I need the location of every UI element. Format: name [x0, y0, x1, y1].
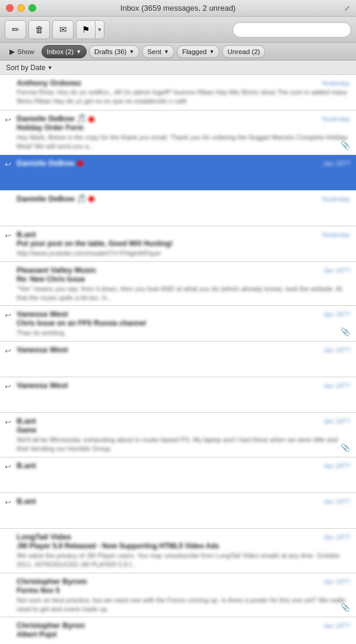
message-date: Jan 18??	[323, 160, 350, 167]
message-date: Jan 18??	[323, 382, 350, 389]
list-item[interactable]: Christopher Byron Jan 18?? Albert Pujol	[0, 617, 356, 644]
flagged-label: Flagged	[182, 48, 207, 55]
reply-icon: ↩	[5, 311, 11, 320]
window-title: Inbox (3659 messages, 2 unread)	[120, 4, 236, 12]
minimize-button[interactable]	[17, 4, 25, 12]
message-date: Jan 18??	[323, 622, 350, 629]
message-header: Anthony Ordonez Yesterday	[17, 78, 350, 87]
inbox-arrow-icon: ▼	[76, 49, 81, 55]
list-item[interactable]: ↩ Danielle DeBow 🎵 Yesterday Holiday Ord…	[0, 111, 356, 155]
message-subject: Chris Issue on an FPS Russia channel	[17, 319, 350, 327]
message-header: Pleasant Valley Music Jan 18??	[17, 266, 350, 274]
list-item[interactable]: ↩ B.ant Jan 18??	[0, 493, 356, 529]
filter-bar: ▶ Show Inbox (2) ▼ Drafts (36) ▼ Sent ▼ …	[0, 43, 356, 61]
list-item[interactable]: ↩ Vanessa West Jan 18?? Chris Issue on a…	[0, 306, 356, 342]
reply-icon: ↩	[5, 462, 11, 471]
message-subject: Albert Pujol	[17, 630, 350, 639]
list-item[interactable]: Christopher Byrom Jan 18?? Forms Nov 5No…	[0, 573, 356, 618]
message-header: B.ant Jan 18??	[17, 416, 350, 425]
flag-dropdown-button[interactable]: ▼	[95, 20, 104, 39]
delete-button[interactable]: 🗑	[28, 20, 50, 39]
message-subject: Holiday Order Form	[17, 124, 350, 132]
sender-name: Vanessa West	[17, 381, 319, 390]
message-header: Danielle DeBow Jan 18??	[17, 159, 350, 168]
reply-icon: ↩	[5, 115, 11, 124]
list-item[interactable]: LongTail Video Jan 18?? JW Player 5.8 Re…	[0, 529, 356, 573]
reply-icon: ↩	[5, 382, 11, 391]
message-preview: http://www.youtube.com/mwatch?v=Fhiginth…	[17, 249, 350, 258]
flag-dot	[88, 196, 94, 202]
flag-dot	[77, 160, 83, 166]
reply-icon: ↩	[5, 160, 11, 169]
flag-button-group: ⚑ ▼	[76, 20, 104, 39]
list-item[interactable]: ↩ Vanessa West Jan 18??	[0, 377, 356, 413]
maximize-button[interactable]	[28, 4, 36, 12]
flagged-arrow-icon: ▼	[209, 49, 215, 55]
sort-bar[interactable]: Sort by Date ▼	[0, 61, 356, 75]
unread-filter[interactable]: Unread (2)	[222, 45, 265, 58]
show-label: Show	[17, 48, 34, 55]
list-item[interactable]: ↩ B.ant Jan 18??	[0, 457, 356, 493]
message-date: Yesterday	[321, 80, 350, 87]
flagged-filter[interactable]: Flagged ▼	[177, 45, 220, 58]
inbox-filter[interactable]: Inbox (2) ▼	[42, 45, 87, 58]
message-subject: JW Player 5.8 Released - Now Supporting …	[17, 542, 350, 550]
sent-arrow-icon: ▼	[164, 49, 169, 55]
message-preview: Than its working.	[17, 329, 350, 337]
flag-button[interactable]: ⚑	[76, 20, 95, 39]
drafts-arrow-icon: ▼	[129, 49, 134, 55]
close-button[interactable]	[6, 4, 14, 12]
sender-name: Pleasant Valley Music	[17, 266, 319, 274]
sender-name: Danielle DeBow	[17, 159, 319, 168]
message-date: Jan 18??	[323, 498, 350, 505]
message-date: Jan 18??	[323, 418, 350, 425]
list-item[interactable]: ↩ B.ant Yesterday Put your post on the t…	[0, 226, 356, 262]
compose-button[interactable]: ✏	[5, 20, 26, 39]
list-item[interactable]: Danielle DeBow 🎵 Yesterday	[0, 191, 356, 226]
resize-icon[interactable]: ⤢	[344, 4, 350, 12]
message-subject: Re: New Chris Issue	[17, 275, 350, 283]
drafts-label: Drafts (36)	[94, 48, 126, 55]
sender-name: Danielle DeBow 🎵	[17, 194, 316, 203]
sent-label: Sent	[147, 48, 161, 55]
message-header: Vanessa West Jan 18??	[17, 310, 350, 318]
compose-icon: ✏	[12, 24, 20, 35]
sender-name: Christopher Byrom	[17, 577, 319, 586]
attachment-icon: 📎	[341, 327, 350, 336]
sender-name: Anthony Ordonez	[17, 78, 316, 87]
search-input[interactable]	[233, 22, 351, 37]
play-icon: ▶	[9, 48, 15, 56]
message-preview: Hey Mark, Below is the copy for the than…	[17, 133, 350, 151]
sender-name: B.ant	[17, 416, 319, 425]
sender-name: B.ant	[17, 230, 316, 239]
attachment-icon: 📎	[341, 603, 350, 612]
title-bar: Inbox (3659 messages, 2 unread) ⤢	[0, 0, 356, 17]
mail-button[interactable]: ✉	[52, 20, 74, 39]
sender-name: Christopher Byron	[17, 621, 319, 630]
message-preview: Not sure on best practice, but we need o…	[17, 596, 350, 614]
list-item[interactable]: Pleasant Valley Music Jan 18?? Re: New C…	[0, 262, 356, 307]
message-preview: We'll all be Minnesota: exhausting about…	[17, 435, 350, 453]
message-date: Jan 18??	[323, 267, 350, 274]
sender-name: Vanessa West	[17, 345, 319, 354]
reply-icon: ↩	[5, 231, 11, 240]
message-subject: Forms Nov 5	[17, 586, 350, 595]
message-date: Jan 18??	[323, 578, 350, 585]
list-item[interactable]: ↩ Vanessa West Jan 18??	[0, 342, 356, 377]
message-header: Danielle DeBow 🎵 Yesterday	[17, 194, 350, 203]
drafts-filter[interactable]: Drafts (36) ▼	[89, 45, 139, 58]
message-date: Jan 18??	[323, 462, 350, 469]
message-header: LongTail Video Jan 18??	[17, 532, 350, 541]
sent-filter[interactable]: Sent ▼	[142, 45, 174, 58]
show-button[interactable]: ▶ Show	[5, 45, 39, 58]
message-date: Yesterday	[321, 115, 350, 122]
list-item[interactable]: ↩ Danielle DeBow Jan 18??	[0, 155, 356, 191]
message-preview: We value the privacy of JW Player users.…	[17, 551, 350, 569]
message-date: Yesterday	[321, 195, 350, 203]
sender-name: Danielle DeBow 🎵	[17, 114, 316, 123]
toolbar: ✏ 🗑 ✉ ⚑ ▼	[0, 17, 356, 43]
message-subject: Put your post on the table, Good Will Hu…	[17, 239, 350, 248]
attachment-icon: 📎	[341, 443, 350, 452]
list-item[interactable]: Anthony Ordonez Yesterday Ferrow Rivia: …	[0, 75, 356, 111]
list-item[interactable]: ↩ B.ant Jan 18?? GameWe'll all be Minnes…	[0, 413, 356, 457]
